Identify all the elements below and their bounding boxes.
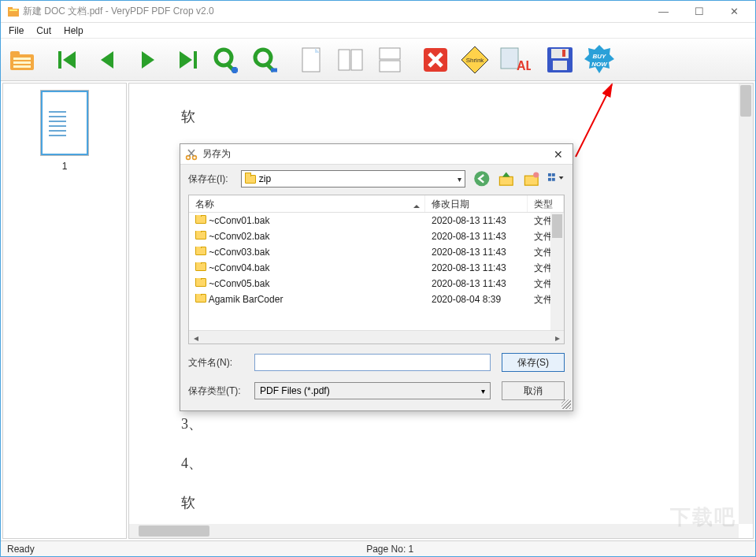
page-thumbnail[interactable] bbox=[40, 90, 89, 156]
file-name: ~cConv04.bak bbox=[209, 262, 269, 273]
svg-text:NOW: NOW bbox=[591, 61, 608, 68]
svg-rect-37 bbox=[562, 50, 565, 57]
svg-rect-7 bbox=[13, 65, 31, 68]
svg-rect-4 bbox=[10, 51, 20, 56]
svg-rect-36 bbox=[553, 61, 567, 70]
prev-page-button[interactable] bbox=[89, 41, 127, 79]
first-page-button[interactable] bbox=[50, 41, 87, 79]
folder-name: zip bbox=[259, 173, 271, 184]
svg-rect-23 bbox=[339, 50, 350, 70]
list-item[interactable]: Agamik BarCoder2020-08-04 8:39文件 bbox=[189, 291, 564, 307]
resize-grip[interactable] bbox=[561, 399, 571, 409]
folder-icon bbox=[195, 247, 206, 255]
new-folder-button[interactable] bbox=[523, 170, 540, 188]
chevron-down-icon: ▾ bbox=[481, 387, 485, 395]
scissors-icon bbox=[185, 148, 198, 161]
back-button[interactable] bbox=[473, 170, 491, 188]
dialog-title: 另存为 bbox=[202, 147, 231, 161]
svg-marker-9 bbox=[63, 51, 76, 69]
save-button[interactable] bbox=[541, 41, 579, 79]
save-in-label: 保存在(I): bbox=[188, 173, 233, 186]
col-type[interactable]: 类型 bbox=[528, 195, 564, 212]
last-page-button[interactable] bbox=[168, 41, 206, 79]
file-name: ~cConv01.bak bbox=[209, 215, 269, 226]
horizontal-scrollbar[interactable] bbox=[129, 524, 739, 538]
maximize-button[interactable]: ☐ bbox=[681, 1, 717, 23]
minimize-button[interactable]: ― bbox=[646, 1, 681, 23]
chevron-down-icon: ▾ bbox=[458, 175, 461, 184]
status-page: Page No: 1 bbox=[360, 544, 420, 555]
svg-rect-26 bbox=[380, 61, 400, 72]
file-name: ~cConv02.bak bbox=[209, 231, 269, 242]
buy-now-button[interactable]: BUYNOW bbox=[580, 41, 618, 79]
svg-text:ALL: ALL bbox=[517, 59, 531, 72]
folder-icon bbox=[195, 231, 206, 240]
svg-marker-12 bbox=[180, 51, 192, 69]
all-button[interactable]: ALL bbox=[495, 41, 533, 79]
svg-rect-8 bbox=[58, 51, 61, 69]
svg-rect-2 bbox=[9, 9, 17, 11]
save-as-dialog: 另存为 ✕ 保存在(I): zip ▾ 名称 修改日期 类型 ~cConv01.… bbox=[180, 143, 573, 411]
close-button[interactable]: ✕ bbox=[717, 1, 752, 23]
thumbnail-page-number: 1 bbox=[62, 161, 68, 172]
folder-icon bbox=[195, 294, 206, 303]
file-date: 2020-08-13 11:43 bbox=[425, 278, 528, 289]
menu-file[interactable]: File bbox=[2, 24, 30, 38]
svg-text:Shrink: Shrink bbox=[466, 57, 485, 64]
file-name: ~cConv05.bak bbox=[209, 278, 269, 289]
folder-combo[interactable]: zip ▾ bbox=[241, 170, 465, 188]
file-date: 2020-08-04 8:39 bbox=[425, 294, 528, 305]
list-item[interactable]: ~cConv05.bak2020-08-13 11:43文件 bbox=[189, 276, 564, 291]
file-date: 2020-08-13 11:43 bbox=[425, 262, 528, 273]
page-mode-1-button[interactable] bbox=[292, 41, 330, 79]
open-button[interactable] bbox=[4, 41, 42, 79]
filename-input[interactable] bbox=[254, 354, 491, 371]
filetype-combo[interactable]: PDF Files (*.pdf)▾ bbox=[254, 382, 491, 399]
svg-rect-47 bbox=[500, 177, 513, 186]
col-date[interactable]: 修改日期 bbox=[425, 195, 528, 212]
folder-icon bbox=[245, 175, 256, 184]
svg-marker-11 bbox=[142, 51, 154, 69]
shrink-button[interactable]: Shrink bbox=[456, 41, 494, 79]
page-mode-2-button[interactable] bbox=[332, 41, 369, 79]
text-line: 3、 bbox=[181, 414, 202, 433]
app-icon bbox=[7, 6, 20, 18]
svg-rect-35 bbox=[551, 49, 569, 58]
zoom-in-button[interactable] bbox=[207, 41, 245, 79]
vertical-scrollbar[interactable] bbox=[739, 84, 753, 524]
up-button[interactable] bbox=[498, 170, 515, 188]
file-date: 2020-08-13 11:43 bbox=[425, 231, 528, 242]
next-page-button[interactable] bbox=[128, 41, 166, 79]
filetype-label: 保存类型(T): bbox=[188, 384, 243, 398]
dialog-close-button[interactable]: ✕ bbox=[549, 147, 568, 162]
menu-help[interactable]: Help bbox=[57, 24, 90, 38]
folder-icon bbox=[195, 278, 206, 287]
list-item[interactable]: ~cConv03.bak2020-08-13 11:43文件 bbox=[189, 244, 564, 260]
list-vertical-scrollbar[interactable] bbox=[550, 213, 564, 330]
svg-point-49 bbox=[533, 173, 539, 178]
statusbar: Ready Page No: 1 bbox=[1, 540, 755, 556]
cancel-button[interactable]: 取消 bbox=[502, 381, 565, 400]
svg-rect-52 bbox=[548, 178, 551, 181]
menu-cut[interactable]: Cut bbox=[30, 24, 57, 38]
watermark: 下载吧 bbox=[656, 495, 750, 539]
svg-rect-1 bbox=[8, 7, 13, 9]
list-horizontal-scrollbar[interactable]: ◂▸ bbox=[189, 330, 564, 343]
view-menu-button[interactable] bbox=[547, 170, 565, 188]
thumbnail-panel: 1 bbox=[2, 83, 127, 539]
col-name[interactable]: 名称 bbox=[189, 195, 425, 212]
list-item[interactable]: ~cConv02.bak2020-08-13 11:43文件 bbox=[189, 228, 564, 244]
list-item[interactable]: ~cConv04.bak2020-08-13 11:43文件 bbox=[189, 260, 564, 276]
save-confirm-button[interactable]: 保存(S) bbox=[502, 353, 565, 372]
dialog-titlebar: 另存为 ✕ bbox=[180, 144, 573, 165]
file-name: ~cConv03.bak bbox=[209, 247, 269, 258]
svg-rect-24 bbox=[351, 50, 362, 70]
svg-rect-32 bbox=[501, 48, 518, 69]
svg-rect-5 bbox=[13, 58, 31, 60]
filetype-value: PDF Files (*.pdf) bbox=[260, 385, 330, 396]
delete-button[interactable] bbox=[417, 41, 454, 79]
zoom-out-button[interactable] bbox=[246, 41, 284, 79]
svg-rect-6 bbox=[13, 61, 31, 64]
list-item[interactable]: ~cConv01.bak2020-08-13 11:43文件 bbox=[189, 213, 564, 228]
page-mode-3-button[interactable] bbox=[371, 41, 409, 79]
